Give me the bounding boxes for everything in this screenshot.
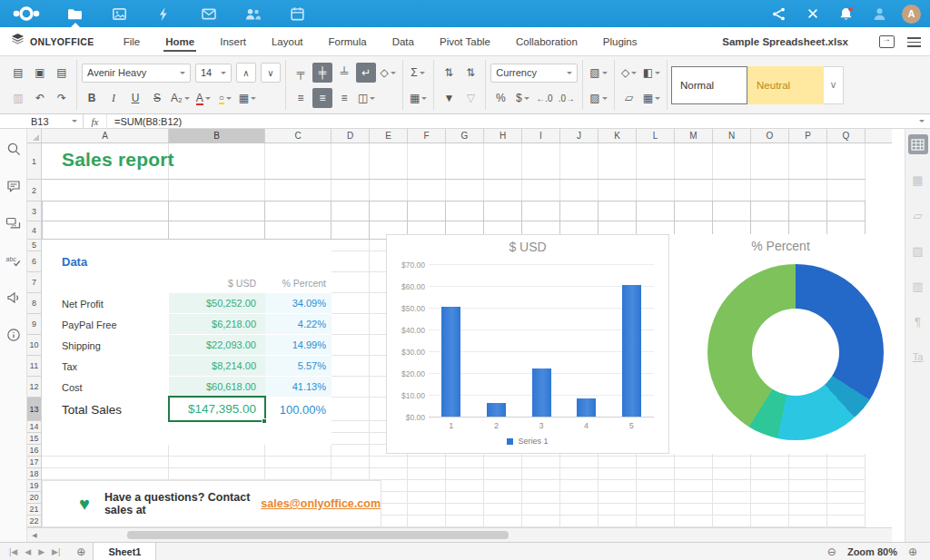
avatar[interactable]: A xyxy=(902,5,921,24)
close-icon[interactable] xyxy=(796,0,829,27)
cell-theme-icon-chevron[interactable] xyxy=(655,97,660,100)
undo-icon[interactable]: ↶ xyxy=(30,88,50,108)
highlight-color-icon[interactable]: ○ xyxy=(215,88,235,108)
cell-style-normal[interactable]: Normal xyxy=(671,66,747,104)
hamburger-menu-icon[interactable] xyxy=(907,37,921,47)
doughnut-chart[interactable]: % Percent xyxy=(669,234,892,454)
sort-desc-icon[interactable]: ⇅ xyxy=(460,63,480,83)
horizontal-scrollbar[interactable]: ◀ ▶ xyxy=(27,527,892,542)
search-icon[interactable] xyxy=(5,140,23,158)
tab-plugins[interactable]: Plugins xyxy=(590,27,650,56)
accounting-icon[interactable]: $ xyxy=(512,88,532,108)
column-header-Q[interactable]: Q xyxy=(827,129,866,142)
tab-pivot-table[interactable]: Pivot Table xyxy=(427,27,503,56)
sort-asc-icon[interactable]: ⇅ xyxy=(439,63,459,83)
mail-app-icon[interactable] xyxy=(186,0,231,27)
cell-grid[interactable]: Sales reportData$ USD% PercentNet Profit… xyxy=(42,143,892,527)
user-status-icon[interactable] xyxy=(863,0,896,27)
horizontal-scroll-thumb[interactable] xyxy=(127,531,509,539)
comments-icon[interactable] xyxy=(5,177,23,195)
highlight-color-icon-chevron[interactable] xyxy=(226,97,232,100)
cell-style-gallery-expand-icon[interactable]: ∨ xyxy=(824,66,844,104)
row-header-7[interactable]: 7 xyxy=(27,272,41,293)
row-header-14[interactable]: 14 xyxy=(27,421,41,433)
insert-function-button[interactable]: fx xyxy=(84,114,107,128)
number-format-select[interactable]: Currency xyxy=(490,64,578,83)
contacts-app-icon[interactable] xyxy=(231,0,275,27)
tab-collaboration[interactable]: Collaboration xyxy=(503,27,590,56)
align-justify-icon[interactable]: ≡ xyxy=(334,88,354,108)
underline-icon[interactable]: U xyxy=(125,88,145,108)
files-app-icon[interactable] xyxy=(53,0,97,27)
next-sheet-icon[interactable]: ▶ xyxy=(38,547,45,556)
textart-settings-icon[interactable]: Ta xyxy=(908,347,928,367)
align-top-icon[interactable]: ╤ xyxy=(291,63,311,83)
row-header-17[interactable]: 17 xyxy=(27,457,41,468)
tab-file[interactable]: File xyxy=(111,27,153,56)
add-sheet-button[interactable]: ⊕ xyxy=(69,545,93,558)
notifications-bell-icon[interactable] xyxy=(829,0,863,27)
scroll-right-icon[interactable]: ▶ xyxy=(890,528,892,542)
autosum-icon[interactable]: Σ xyxy=(408,63,428,83)
clear-filter-icon[interactable]: ▽ xyxy=(460,88,480,108)
copy-style-icon[interactable]: ▱ xyxy=(619,88,639,108)
increase-decimal-icon[interactable]: .0→ xyxy=(557,88,577,108)
activity-app-icon[interactable] xyxy=(142,0,186,27)
column-header-G[interactable]: G xyxy=(446,129,484,142)
delete-cells-icon-chevron[interactable] xyxy=(602,97,608,100)
contact-sales-link[interactable]: sales@onlyoffice.com xyxy=(261,497,381,510)
save-icon[interactable]: ▥ xyxy=(8,88,28,108)
column-header-B[interactable]: B xyxy=(169,129,265,142)
share-icon[interactable] xyxy=(762,0,796,27)
font-color-icon-chevron[interactable] xyxy=(205,97,211,100)
column-header-M[interactable]: M xyxy=(675,129,713,142)
subscript-icon-chevron[interactable] xyxy=(184,97,190,100)
name-box-chevron-icon[interactable] xyxy=(72,120,77,123)
increment-font-icon[interactable]: ∧ xyxy=(236,63,256,83)
clear-icon[interactable]: ◇ xyxy=(619,63,639,83)
table-settings-icon[interactable]: ▦ xyxy=(908,170,928,190)
row-header-21[interactable]: 21 xyxy=(27,504,41,516)
row-header-22[interactable]: 22 xyxy=(27,516,41,527)
column-header-H[interactable]: H xyxy=(484,129,522,142)
strikethrough-icon[interactable]: S xyxy=(147,88,167,108)
font-name-select[interactable]: Avenir Heavy xyxy=(82,64,191,83)
prev-sheet-icon[interactable]: ◀ xyxy=(25,547,31,556)
decrease-decimal-icon[interactable]: ←.0 xyxy=(534,88,554,108)
borders-icon-chevron[interactable] xyxy=(251,97,256,100)
spellcheck-icon[interactable]: abc xyxy=(5,251,23,270)
tab-layout[interactable]: Layout xyxy=(259,27,316,56)
format-table-icon-chevron[interactable] xyxy=(421,97,427,100)
row-header-2[interactable]: 2 xyxy=(27,180,41,201)
nextcloud-logo[interactable] xyxy=(0,0,53,27)
font-size-select[interactable]: 14 xyxy=(195,64,232,83)
wrap-text-icon[interactable]: ↵ xyxy=(356,63,376,83)
row-header-18[interactable]: 18 xyxy=(27,468,41,480)
select-all-corner[interactable] xyxy=(27,129,42,143)
column-header-F[interactable]: F xyxy=(408,129,446,142)
column-header-A[interactable]: A xyxy=(42,129,169,142)
redo-icon[interactable]: ↷ xyxy=(52,88,72,108)
zoom-in-icon[interactable]: ⊕ xyxy=(908,545,917,558)
row-header-8[interactable]: 8 xyxy=(27,293,41,314)
feedback-icon[interactable] xyxy=(5,289,23,307)
row-header-5[interactable]: 5 xyxy=(27,240,41,251)
tab-data[interactable]: Data xyxy=(380,27,427,56)
filter-icon[interactable]: ▼ xyxy=(439,88,459,108)
row-header-10[interactable]: 10 xyxy=(27,335,41,356)
column-header-E[interactable]: E xyxy=(370,129,408,142)
clear-style-icon-chevron[interactable] xyxy=(391,72,396,74)
fill-color-icon[interactable]: ◧ xyxy=(641,63,662,83)
row-header-3[interactable]: 3 xyxy=(27,201,41,221)
column-header-D[interactable]: D xyxy=(331,129,370,142)
number-format-chevron[interactable] xyxy=(567,72,572,74)
clear-style-icon[interactable]: ◇ xyxy=(378,63,398,83)
scroll-left-icon[interactable]: ◀ xyxy=(27,528,42,542)
chat-icon[interactable] xyxy=(5,214,23,232)
paragraph-settings-icon[interactable]: ¶ xyxy=(908,311,928,331)
accounting-icon-chevron[interactable] xyxy=(524,97,529,100)
photos-app-icon[interactable] xyxy=(97,0,142,27)
row-header-13[interactable]: 13 xyxy=(27,398,41,421)
column-header-C[interactable]: C xyxy=(265,129,331,142)
clear-icon-chevron[interactable] xyxy=(631,72,637,74)
